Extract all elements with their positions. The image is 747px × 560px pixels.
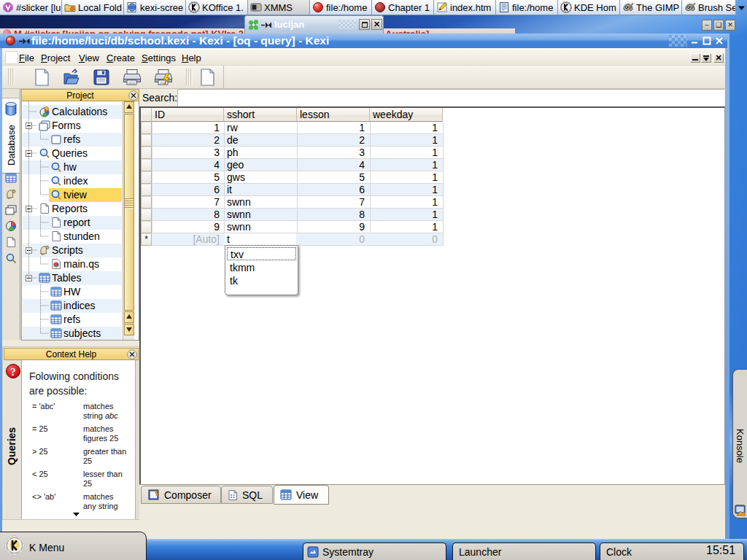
svg-text:?: ?: [10, 366, 16, 378]
